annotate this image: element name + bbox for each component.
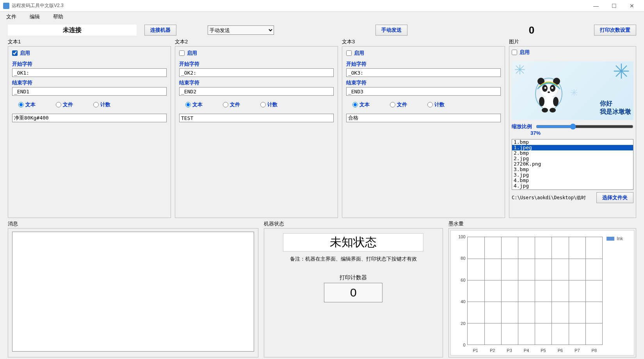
connection-status: 未连接 xyxy=(8,25,137,36)
start-char-label: 开始字符 xyxy=(179,61,334,68)
text-enable-checkbox[interactable] xyxy=(346,50,352,56)
svg-point-25 xyxy=(550,108,556,113)
text-group-title: 文本2 xyxy=(175,38,338,45)
toolbar: 未连接 连接机器 手动发送 手动发送 0 打印次数设置 xyxy=(0,22,644,38)
maximize-button[interactable]: ☐ xyxy=(605,0,623,12)
file-list-item[interactable]: 2.jpg xyxy=(512,156,633,161)
image-preview: 你好 我是冰墩墩 xyxy=(512,61,633,120)
text-enable-checkbox[interactable] xyxy=(179,50,185,56)
file-list-item[interactable]: 4.bmp xyxy=(512,178,633,183)
x-tick: P5 xyxy=(541,348,546,353)
start-char-input[interactable] xyxy=(179,68,334,77)
print-count-settings-button[interactable]: 打印次数设置 xyxy=(594,25,636,36)
end-char-input[interactable] xyxy=(346,87,501,96)
x-tick: P7 xyxy=(575,348,580,353)
file-list[interactable]: 1.bmp1.jpeg2.bmp2.jpg2720K.png3.bmp3.jpg… xyxy=(512,139,633,190)
radio-file[interactable]: 文件 xyxy=(56,101,73,108)
text-group-title: 文本1 xyxy=(8,38,171,45)
menu-help[interactable]: 帮助 xyxy=(50,13,66,21)
send-mode-select[interactable]: 手动发送 xyxy=(208,25,274,35)
end-char-input[interactable] xyxy=(12,87,167,96)
radio-text[interactable]: 文本 xyxy=(18,101,36,108)
start-char-label: 开始字符 xyxy=(12,61,167,68)
file-list-item[interactable]: 3.jpg xyxy=(512,172,633,178)
legend-color-icon xyxy=(607,237,614,241)
file-list-item[interactable]: 3.bmp xyxy=(512,167,633,172)
ink-group-title: 墨水量 xyxy=(448,220,636,227)
text-group-1: 文本1 启用 开始字符 结束字符 文本 文件 计数 xyxy=(8,38,171,218)
x-tick: P1 xyxy=(473,348,478,353)
radio-file[interactable]: 文件 xyxy=(390,101,407,108)
image-enable-label: 启用 xyxy=(519,49,530,56)
print-counter-value: 0 xyxy=(324,283,382,302)
message-group: 消息 xyxy=(8,220,258,357)
window-title: 远程发码工具中文版V2.3 xyxy=(12,2,587,9)
svg-point-24 xyxy=(542,108,548,113)
panda-icon xyxy=(533,75,564,114)
text-enable-checkbox[interactable] xyxy=(12,50,18,56)
file-list-item[interactable]: 5.bmp xyxy=(512,189,633,190)
window-controls: — ☐ ✕ xyxy=(587,0,641,12)
svg-point-22 xyxy=(539,97,544,106)
y-tick: 20 xyxy=(461,321,465,326)
file-list-item[interactable]: 1.jpeg xyxy=(512,145,633,150)
minimize-button[interactable]: — xyxy=(587,0,605,12)
svg-point-23 xyxy=(553,97,559,106)
message-group-title: 消息 xyxy=(8,220,258,227)
radio-count[interactable]: 计数 xyxy=(93,101,110,108)
end-char-label: 结束字符 xyxy=(346,79,501,86)
close-button[interactable]: ✕ xyxy=(623,0,641,12)
file-list-item[interactable]: 4.jpg xyxy=(512,183,633,189)
machine-note: 备注：机器在主界面、编辑界面、打印状态下按键才有效 xyxy=(268,255,439,263)
x-tick: P8 xyxy=(592,348,597,353)
x-tick: P2 xyxy=(490,348,495,353)
svg-point-19 xyxy=(551,87,553,89)
end-char-label: 结束字符 xyxy=(12,79,167,86)
text-enable-label: 启用 xyxy=(187,50,197,57)
end-char-input[interactable] xyxy=(179,87,334,96)
start-char-input[interactable] xyxy=(346,68,501,77)
message-textarea[interactable] xyxy=(12,232,254,352)
text-enable-label: 启用 xyxy=(354,50,364,57)
file-list-item[interactable]: 2720K.png xyxy=(512,161,633,167)
legend-label: Ink xyxy=(617,236,623,241)
chart-legend: Ink xyxy=(607,234,630,354)
manual-send-button[interactable]: 手动发送 xyxy=(375,25,407,36)
y-tick: 100 xyxy=(458,234,465,239)
file-list-item[interactable]: 2.bmp xyxy=(512,150,633,156)
scale-slider[interactable] xyxy=(536,123,633,130)
radio-text[interactable]: 文本 xyxy=(352,101,370,108)
radio-text[interactable]: 文本 xyxy=(185,101,203,108)
y-tick: 60 xyxy=(461,278,465,282)
ink-group: 墨水量 020406080100P1P2P3P4P5P6P7P8 Ink xyxy=(448,220,636,357)
menubar: 文件 编辑 帮助 xyxy=(0,12,644,22)
app-window: 远程发码工具中文版V2.3 — ☐ ✕ 文件 编辑 帮助 未连接 连接机器 手动… xyxy=(0,0,644,359)
choose-folder-button[interactable]: 选择文件夹 xyxy=(596,192,633,203)
file-list-item[interactable]: 1.bmp xyxy=(512,139,633,145)
content-input[interactable] xyxy=(179,114,334,122)
titlebar: 远程发码工具中文版V2.3 — ☐ ✕ xyxy=(0,0,644,12)
x-tick: P4 xyxy=(524,348,529,353)
svg-point-18 xyxy=(544,87,546,89)
radio-count[interactable]: 计数 xyxy=(427,101,445,108)
connect-button[interactable]: 连接机器 xyxy=(144,25,176,36)
x-tick: P6 xyxy=(558,348,563,353)
folder-path: C:\Users\aokdi\Desktop\临时 xyxy=(512,195,593,201)
scale-label: 缩放比例 xyxy=(512,123,532,130)
start-char-input[interactable] xyxy=(12,68,167,77)
end-char-label: 结束字符 xyxy=(179,79,334,86)
menu-file[interactable]: 文件 xyxy=(3,13,20,21)
text-group-3: 文本3 启用 开始字符 结束字符 文本 文件 计数 xyxy=(342,38,505,218)
radio-count[interactable]: 计数 xyxy=(260,101,278,108)
content-input[interactable] xyxy=(12,114,167,122)
text-group-2: 文本2 启用 开始字符 结束字符 文本 文件 计数 xyxy=(175,38,338,218)
text-group-title: 文本3 xyxy=(342,38,505,45)
image-enable-checkbox[interactable] xyxy=(512,50,517,55)
machine-status-group: 机器状态 未知状态 备注：机器在主界面、编辑界面、打印状态下按键才有效 打印计数… xyxy=(264,220,443,357)
machine-status-value: 未知状态 xyxy=(283,233,423,252)
print-counter-label: 打印计数器 xyxy=(268,274,439,281)
app-icon xyxy=(3,3,9,9)
radio-file[interactable]: 文件 xyxy=(223,101,240,108)
menu-edit[interactable]: 编辑 xyxy=(27,13,43,21)
content-input[interactable] xyxy=(346,114,501,122)
